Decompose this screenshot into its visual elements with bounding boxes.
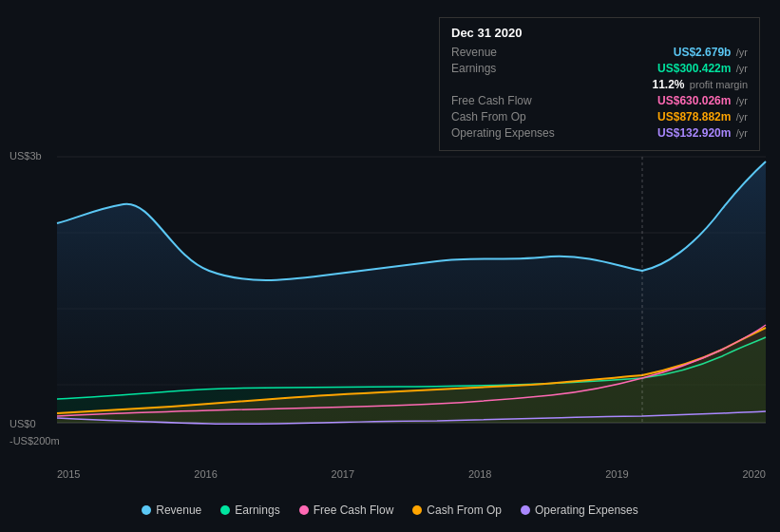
x-label-2020: 2020 (742, 468, 765, 480)
y-axis-label-low: -US$200m (10, 435, 60, 446)
legend-dot-cashfromop (412, 505, 422, 515)
x-label-2017: 2017 (332, 468, 354, 480)
tooltip-unit-fcf: /yr (736, 95, 748, 106)
tooltip-row-opex: Operating Expenses US$132.920m /yr (451, 126, 748, 140)
chart-container: US$3b US$0 -US$200m 2015 2016 2017 2018 … (0, 0, 780, 532)
tooltip-unit-cashfromop: /yr (736, 111, 748, 123)
x-axis-labels: 2015 2016 2017 2018 2019 2020 (57, 468, 766, 480)
tooltip-label-earnings: Earnings (451, 62, 565, 75)
y-axis-label-mid: US$0 (10, 418, 36, 429)
legend-item-fcf[interactable]: Free Cash Flow (299, 504, 394, 517)
x-label-2018: 2018 (468, 468, 491, 480)
tooltip-value-earnings: US$300.422m (657, 62, 731, 75)
legend-item-cashfromop[interactable]: Cash From Op (412, 504, 502, 517)
legend-item-earnings[interactable]: Earnings (220, 504, 279, 517)
tooltip-value-margin: 11.2% (652, 78, 684, 91)
legend-item-revenue[interactable]: Revenue (142, 504, 201, 517)
x-label-2015: 2015 (57, 468, 80, 480)
legend-label-opex: Operating Expenses (535, 504, 638, 517)
chart-legend: Revenue Earnings Free Cash Flow Cash Fro… (0, 504, 780, 517)
x-label-2016: 2016 (194, 468, 217, 480)
tooltip-box: Dec 31 2020 Revenue US$2.679b /yr Earnin… (439, 17, 760, 151)
x-label-2019: 2019 (605, 468, 628, 480)
tooltip-unit-revenue: /yr (736, 47, 748, 58)
legend-dot-earnings (220, 505, 230, 515)
tooltip-value-fcf: US$630.026m (657, 94, 731, 107)
tooltip-row-cashfromop: Cash From Op US$878.882m /yr (451, 110, 748, 124)
legend-dot-fcf (299, 505, 309, 515)
tooltip-unit-opex: /yr (736, 127, 748, 139)
tooltip-label-fcf: Free Cash Flow (451, 94, 565, 107)
legend-label-earnings: Earnings (235, 504, 279, 517)
tooltip-title: Dec 31 2020 (451, 26, 748, 40)
y-axis-label-top: US$3b (10, 150, 42, 162)
legend-label-revenue: Revenue (156, 504, 201, 517)
tooltip-label-cashfromop: Cash From Op (451, 110, 565, 124)
tooltip-value-revenue: US$2.679b (674, 46, 732, 59)
tooltip-row-revenue: Revenue US$2.679b /yr (451, 46, 748, 59)
tooltip-unit-margin: profit margin (690, 79, 748, 90)
tooltip-row-earnings: Earnings US$300.422m /yr (451, 62, 748, 75)
legend-item-opex[interactable]: Operating Expenses (521, 504, 638, 517)
tooltip-value-opex: US$132.920m (657, 126, 731, 140)
tooltip-row-margin: 11.2% profit margin (451, 78, 748, 91)
legend-label-fcf: Free Cash Flow (314, 504, 394, 517)
tooltip-label-opex: Operating Expenses (451, 126, 565, 140)
tooltip-label-revenue: Revenue (451, 46, 565, 59)
legend-dot-revenue (142, 505, 151, 515)
legend-label-cashfromop: Cash From Op (427, 504, 502, 517)
legend-dot-opex (521, 505, 530, 515)
tooltip-row-fcf: Free Cash Flow US$630.026m /yr (451, 94, 748, 107)
tooltip-unit-earnings: /yr (736, 63, 748, 74)
tooltip-value-cashfromop: US$878.882m (657, 110, 731, 124)
